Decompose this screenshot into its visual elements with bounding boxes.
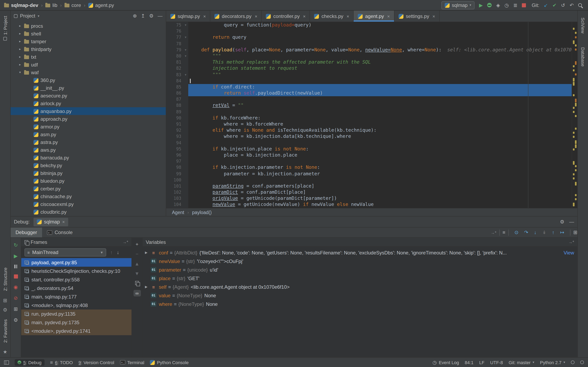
code-line-81[interactable]: 81 This method replaces the affected par… xyxy=(166,59,572,65)
move-down-icon[interactable]: ▼ xyxy=(135,271,139,276)
line-number[interactable]: 90 xyxy=(166,115,183,121)
tab-debugger[interactable]: Debugger xyxy=(11,227,42,237)
code-text[interactable] xyxy=(188,28,572,34)
code-text[interactable]: if kb.forceWhere: xyxy=(188,115,572,121)
code-line-79[interactable]: 79▾ def payload(self, place=None, parame… xyxy=(166,47,572,53)
line-number[interactable]: 100 xyxy=(166,177,183,183)
step-out-icon[interactable]: ↑ xyxy=(552,230,554,235)
line-number[interactable]: 85 xyxy=(166,84,183,90)
caret-position-widget[interactable]: 84:1 xyxy=(465,360,474,365)
variable-row[interactable]: 01parameter={unicode}u'id' xyxy=(143,266,577,274)
add-watch-icon[interactable]: + xyxy=(136,242,138,247)
code-text[interactable]: This method replaces the affected parame… xyxy=(188,59,572,65)
frames-list[interactable]: payload, agent.py:85heuristicCheckSqlInj… xyxy=(21,258,131,357)
tree-item-aws.py[interactable]: aws.py xyxy=(11,146,166,154)
code-line-89[interactable]: 89 xyxy=(166,109,572,115)
line-number[interactable]: 91 xyxy=(166,121,183,127)
line-number[interactable]: 82 xyxy=(166,66,183,72)
gear-icon[interactable]: ⚙ xyxy=(3,307,7,313)
variable-row[interactable]: 01newValue={str}'\'ozeyed<\"">cOuFpj' xyxy=(143,257,577,266)
stack-frame[interactable]: _, decorators.py:54 xyxy=(21,284,131,292)
close-icon[interactable]: × xyxy=(347,14,349,18)
gear-icon[interactable]: ⚙ xyxy=(13,318,18,323)
code-line-103[interactable]: 103 origValue = getUnicode(paramDict[par… xyxy=(166,196,572,202)
code-line-95[interactable]: 95 if kb.injection.place is not None: xyxy=(166,146,572,152)
code-line-97[interactable]: 97 xyxy=(166,158,572,164)
code-line-75[interactable]: 75▾ query = function(payload=query) xyxy=(166,22,572,28)
code-editor[interactable]: 75▾ query = function(payload=query)7677▾… xyxy=(166,22,577,208)
step-over-icon[interactable]: ↷ xyxy=(524,230,528,235)
stack-frame[interactable]: payload, agent.py:85 xyxy=(21,258,131,267)
locate-icon[interactable]: ⊕ xyxy=(133,13,137,18)
code-lines[interactable]: 75▾ query = function(payload=query)7677▾… xyxy=(166,22,572,208)
code-text[interactable] xyxy=(188,140,572,146)
close-icon[interactable]: × xyxy=(432,14,435,18)
line-number[interactable]: 77 xyxy=(166,34,183,41)
tree-item-ciscoacexml.py[interactable]: ciscoacexml.py xyxy=(11,200,166,208)
show-watches-icon[interactable]: ∞ xyxy=(133,290,141,296)
tab-console[interactable]: >_Console xyxy=(42,227,77,237)
code-text[interactable]: paramDict = conf.paramDict[place] xyxy=(188,189,572,195)
close-icon[interactable]: × xyxy=(62,219,65,224)
tree-item-shell[interactable]: ▸shell xyxy=(11,30,166,38)
step-into-my-code-icon[interactable]: ↡ xyxy=(542,230,546,235)
line-number[interactable]: 93 xyxy=(166,133,183,140)
editor-tab-agent.py[interactable]: agent.py× xyxy=(354,11,394,22)
close-icon[interactable]: × xyxy=(203,14,206,18)
line-number[interactable]: 76 xyxy=(166,28,183,34)
breadcrumb-item[interactable]: core xyxy=(65,2,81,8)
minimize-icon[interactable]: — xyxy=(569,219,574,224)
tree-item-barracuda.py[interactable]: barracuda.py xyxy=(11,154,166,161)
collapse-all-icon[interactable]: ↥ xyxy=(141,13,145,18)
stop-icon[interactable] xyxy=(14,275,18,278)
git-commit-button[interactable]: ✔ xyxy=(553,3,557,8)
coverage-button[interactable]: ◈ xyxy=(496,3,500,8)
evaluate-icon[interactable]: ⊞ xyxy=(573,230,577,235)
code-line-76[interactable]: 76 xyxy=(166,28,572,34)
git-history-button[interactable]: ↺ xyxy=(561,3,565,8)
line-number[interactable]: 94 xyxy=(166,140,183,146)
code-line-101[interactable]: 101 paramString = conf.parameters[place] xyxy=(166,183,572,189)
line-number[interactable]: 99 xyxy=(166,171,183,177)
code-line-94[interactable]: 94 xyxy=(166,140,572,146)
code-line-90[interactable]: 90 if kb.forceWhere: xyxy=(166,115,572,121)
debug-button[interactable] xyxy=(487,3,492,7)
tree-item-txt[interactable]: ▸txt xyxy=(11,53,166,61)
git-update-button[interactable]: ↙ xyxy=(544,3,548,8)
tree-item-bekchy.py[interactable]: bekchy.py xyxy=(11,161,166,169)
close-icon[interactable]: × xyxy=(387,14,390,18)
statusbar-tab-python-console[interactable]: Python Console xyxy=(150,360,189,365)
editor-tab-sqlmap.py[interactable]: sqlmap.py× xyxy=(166,11,210,22)
stack-frame[interactable]: <module>, sqlmap.py:408 xyxy=(21,301,131,309)
toolwindow-button-sciview[interactable]: SciView xyxy=(580,17,585,33)
git-branch-widget[interactable]: Git: master▾ xyxy=(509,360,534,365)
tree-item-anquanbao.py[interactable]: anquanbao.py xyxy=(11,107,166,115)
error-stripe[interactable] xyxy=(572,22,577,208)
line-ending-widget[interactable]: LF xyxy=(479,360,484,365)
line-number[interactable]: 81 xyxy=(166,59,183,65)
previous-frame-icon[interactable]: ↑ xyxy=(110,250,113,255)
tree-item-aesecure.py[interactable]: aesecure.py xyxy=(11,92,166,100)
code-text[interactable]: where = kb.forceWhere xyxy=(188,121,572,127)
code-text[interactable] xyxy=(188,78,572,84)
statusbar-tab-terminal[interactable]: >_Terminal xyxy=(120,360,144,365)
line-number[interactable]: 89 xyxy=(166,109,183,115)
code-text[interactable]: return self.payloadDirect(newValue) xyxy=(188,90,572,96)
view-breakpoints-icon[interactable]: ◉ xyxy=(14,285,18,290)
tree-item-bitninja.py[interactable]: bitninja.py xyxy=(11,169,166,177)
line-number[interactable]: 101 xyxy=(166,183,183,189)
code-line-82[interactable]: 82 injection statement to request xyxy=(166,66,572,72)
code-text[interactable] xyxy=(188,177,572,183)
variable-row[interactable]: ▶≡self={Agent}<lib.core.agent.Agent obje… xyxy=(143,283,577,291)
code-line-91[interactable]: 91 where = kb.forceWhere xyxy=(166,121,572,127)
tree-item-thirdparty[interactable]: ▸thirdparty xyxy=(11,45,166,53)
event-log-button[interactable]: ◷Event Log xyxy=(432,360,459,365)
tree-item-astra.py[interactable]: astra.py xyxy=(11,138,166,146)
code-text[interactable]: query = function(payload=query) xyxy=(188,22,572,28)
code-line-96[interactable]: 96 place = kb.injection.place xyxy=(166,152,572,158)
editor-tab-checks.py[interactable]: checks.py× xyxy=(310,11,354,22)
code-line-83[interactable]: 83▾ """ xyxy=(166,72,572,78)
editor-breadcrumb-item[interactable]: Agent xyxy=(172,210,184,215)
pause-icon[interactable] xyxy=(14,265,17,268)
line-number[interactable]: 80 xyxy=(166,53,183,59)
